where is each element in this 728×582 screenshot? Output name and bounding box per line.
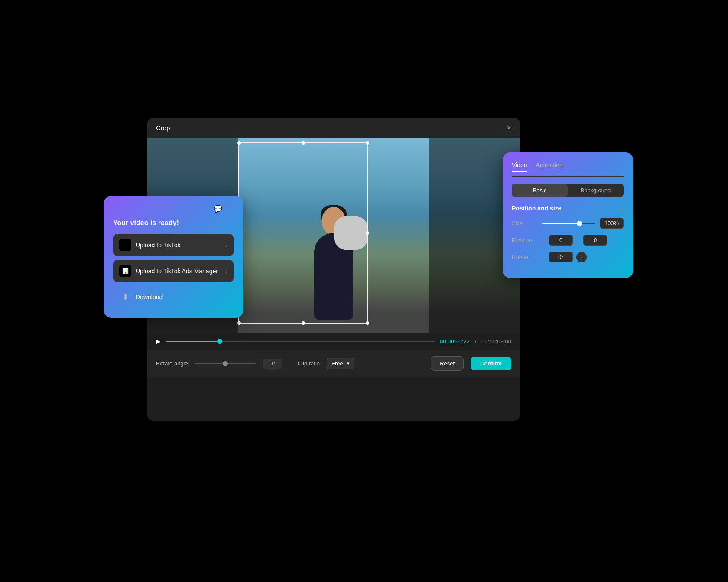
subtab-basic[interactable]: Basic [512, 184, 568, 197]
panel-section-header: Position and size ↺ [512, 205, 624, 212]
crop-handle-topcenter[interactable] [302, 141, 305, 145]
position-x-label: X [542, 237, 546, 243]
total-time: 00:00:03:00 [481, 338, 511, 345]
size-slider-fill [542, 223, 579, 224]
download-icon: ⬇ [119, 291, 131, 303]
popup-icons-row: 💬 ⛶ [113, 205, 234, 213]
position-y-label: Y [576, 237, 580, 243]
popup-title: Your video is ready! [113, 219, 234, 227]
video-ready-popup: 💬 ⛶ Your video is ready! ♪ Upload to Tik… [104, 196, 243, 317]
timeline-progress [166, 341, 220, 342]
rotate-row: Rotate X 0° − [512, 252, 624, 262]
crop-title: Crop [156, 124, 170, 132]
crop-timeline: ▶ 00:00:00:22 / 00:00:03:00 [147, 333, 520, 350]
upload-tiktok-ads-label: Upload to TikTok Ads Manager [136, 268, 218, 275]
panel-tabs: Video Animation [512, 162, 624, 177]
position-label: Position [512, 237, 538, 243]
upload-tiktok-ads-left: 📊 Upload to TikTok Ads Manager [119, 265, 218, 277]
upload-tiktok-left: ♪ Upload to TikTok [119, 239, 181, 251]
crop-handle-bottomcenter[interactable] [302, 321, 305, 325]
section-title: Position and size [512, 205, 561, 212]
crop-selection-box[interactable] [238, 142, 368, 324]
download-label: Download [136, 294, 162, 301]
subtab-background[interactable]: Background [568, 184, 624, 197]
download-item[interactable]: ⬇ Download [113, 286, 234, 308]
crop-handle-bottomright[interactable] [366, 321, 369, 325]
upload-tiktok-ads-item[interactable]: 📊 Upload to TikTok Ads Manager › [113, 260, 234, 282]
position-y-input[interactable]: 0 [583, 235, 607, 246]
section-reset-icon[interactable]: ↺ [618, 205, 624, 212]
crop-titlebar: Crop × [147, 118, 520, 138]
clip-ratio-select[interactable]: Free ▾ [327, 358, 354, 369]
size-slider-thumb[interactable] [577, 221, 582, 226]
position-row: Position X 0 Y 0 [512, 235, 624, 246]
size-label: Size [512, 220, 538, 226]
confirm-button[interactable]: Confirm [471, 357, 511, 370]
rotate-label: Rotate [512, 254, 538, 260]
upload-tiktok-item[interactable]: ♪ Upload to TikTok › [113, 234, 234, 256]
crop-handle-topright[interactable] [366, 141, 369, 145]
position-x-input[interactable]: 0 [549, 235, 573, 246]
rotate-slider-thumb[interactable] [223, 361, 228, 366]
panel-subtabs: Basic Background [512, 184, 624, 197]
rotate-x-input[interactable]: 0° [549, 252, 573, 262]
time-separator: / [475, 338, 477, 345]
play-button[interactable]: ▶ [156, 338, 161, 345]
upload-tiktok-label: Upload to TikTok [136, 242, 181, 249]
clip-ratio-value: Free [332, 360, 343, 367]
crop-handle-bottomleft[interactable] [237, 321, 241, 325]
timeline-track[interactable] [166, 341, 435, 342]
crop-handle-middleright[interactable] [366, 231, 369, 235]
crop-handle-topleft[interactable] [237, 141, 241, 145]
clip-ratio-chevron-icon: ▾ [347, 360, 350, 367]
crop-controls: Rotate angle 0° Clip ratio Free ▾ Reset … [147, 350, 520, 377]
crop-close-button[interactable]: × [507, 124, 511, 132]
current-time: 00:00:00:22 [440, 338, 470, 345]
tiktok-ads-icon: 📊 [119, 265, 131, 277]
size-value: 100% [600, 218, 624, 229]
rotate-controls: X 0° − [542, 252, 587, 262]
tab-video[interactable]: Video [512, 162, 527, 172]
rotate-angle-label: Rotate angle [156, 360, 188, 367]
tiktok-chevron-icon: › [225, 242, 228, 249]
position-xy: X 0 Y 0 [542, 235, 607, 246]
scene: Crop × [104, 96, 624, 486]
clip-ratio-label: Clip ratio [298, 360, 320, 367]
size-slider[interactable] [542, 223, 595, 224]
comment-icon[interactable]: 💬 [214, 205, 222, 213]
rotate-x-label: X [542, 254, 546, 260]
tab-animation[interactable]: Animation [536, 162, 563, 172]
timeline-thumb[interactable] [217, 339, 222, 344]
tiktok-icon: ♪ [119, 239, 131, 251]
tiktok-ads-chevron-icon: › [225, 268, 228, 275]
rotate-value: 0° [263, 359, 282, 369]
video-properties-panel: Video Animation Basic Background Positio… [503, 152, 633, 278]
size-row: Size 100% [512, 218, 624, 229]
rotate-minus-button[interactable]: − [576, 252, 587, 262]
rotate-slider[interactable] [195, 363, 256, 364]
reset-button[interactable]: Reset [431, 356, 464, 371]
expand-icon[interactable]: ⛶ [227, 205, 234, 213]
